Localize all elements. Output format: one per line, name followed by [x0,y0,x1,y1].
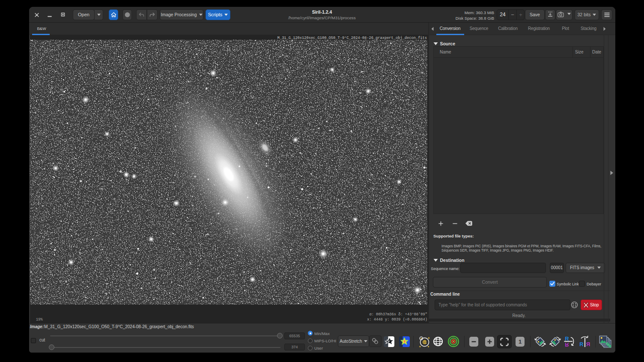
svg-text:R: R [579,341,584,347]
svg-text:R: R [565,341,569,348]
svg-text:R: R [586,341,590,347]
svg-text:R: R [565,335,569,342]
